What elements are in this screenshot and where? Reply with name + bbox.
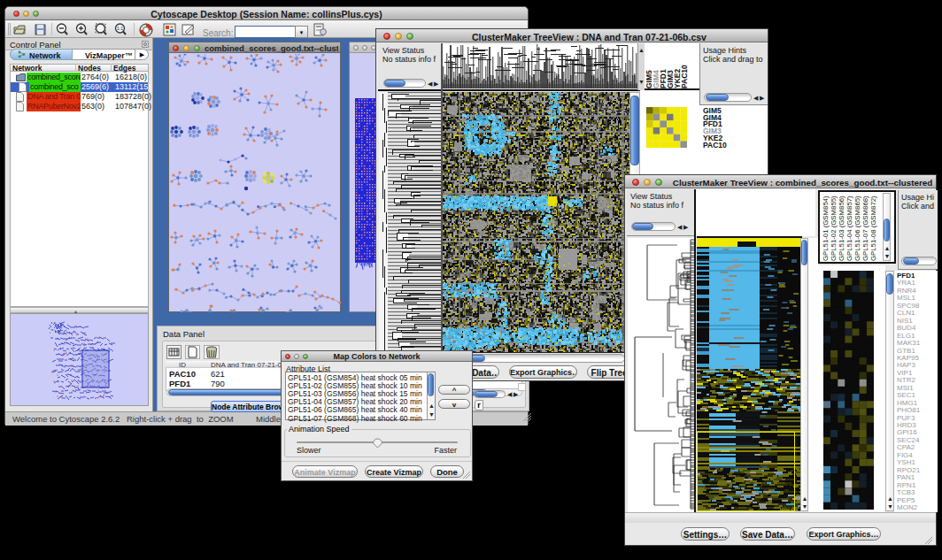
svg-text:GPL51-08 (GSM872): GPL51-08 (GSM872) <box>869 196 877 261</box>
svg-text:GPL51-01 (GSM854): GPL51-01 (GSM854) <box>822 196 830 261</box>
svg-text:GPL51-03 (GSM856): GPL51-03 (GSM856) <box>838 196 845 261</box>
svg-text:PAC10: PAC10 <box>680 65 689 88</box>
svg-text:GPL51-02 (GSM855): GPL51-02 (GSM855) <box>830 196 838 261</box>
svg-text:MON2: MON2 <box>897 503 918 510</box>
svg-text:GPL51-07 (GSM868): GPL51-07 (GSM868) <box>861 196 869 261</box>
svg-text:GPL51-06 (GSM865): GPL51-06 (GSM865) <box>853 196 861 261</box>
svg-text:1:1: 1:1 <box>117 26 123 31</box>
svg-text:GPL51-04 (GSM857): GPL51-04 (GSM857) <box>845 196 853 261</box>
